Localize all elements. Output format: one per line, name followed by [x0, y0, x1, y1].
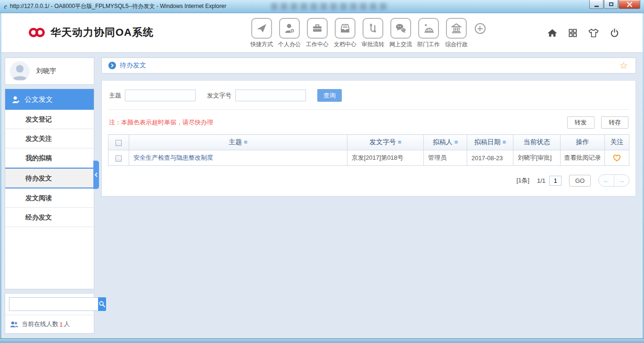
col-favorite: 关注: [605, 135, 629, 150]
go-button[interactable]: GO: [569, 175, 591, 187]
nav-item-online-chat[interactable]: 网上交流: [389, 18, 412, 49]
uturn-arrows-icon: [363, 18, 383, 39]
pagination: [1条] 1/1 GO ← →: [108, 174, 629, 187]
sidebar-item-jingban-fawen[interactable]: 经办发文: [5, 208, 94, 227]
sort-icon[interactable]: ≡: [503, 139, 506, 146]
nav-item-work-center[interactable]: 工作中心: [306, 18, 329, 49]
app-header: 华天动力协同OA系统 快捷方式 个人办公: [1, 13, 643, 53]
logo-infinity-icon: [29, 27, 46, 38]
col-favorite-label: 关注: [611, 138, 624, 146]
person-star-icon: [11, 95, 20, 104]
col-subject[interactable]: 主题≡: [129, 135, 347, 150]
nav-item-label: 综合行政: [445, 41, 468, 49]
col-operation: 操作: [561, 135, 605, 150]
people-icon: [10, 321, 18, 328]
view-approval-record-link[interactable]: 查看批阅记录: [564, 154, 601, 161]
col-status: 当前状态: [513, 135, 561, 150]
nav-item-label: 网上交流: [389, 41, 412, 49]
sidebar-menu-list: 发文登记 发文关注 我的拟稿 待办发文 发文阅读 经办发文: [5, 110, 94, 227]
page-number-input[interactable]: [549, 176, 561, 186]
nav-item-doc-center[interactable]: 文档中心: [334, 18, 356, 49]
nav-item-approval-flow[interactable]: 审批流转: [362, 18, 384, 49]
subject-filter-label: 主题: [109, 91, 121, 100]
next-page-arrow-icon[interactable]: →: [614, 175, 629, 186]
prev-page-arrow-icon[interactable]: ←: [599, 175, 614, 186]
nav-item-admin[interactable]: 综合行政: [445, 18, 468, 49]
subject-link[interactable]: 安全生产检查与隐患整改制度: [133, 154, 213, 161]
nav-item-label: 文档中心: [334, 41, 356, 49]
sidebar-item-fawen-yuedu[interactable]: 发文阅读: [5, 188, 94, 208]
sidebar-search-button[interactable]: [98, 297, 106, 311]
row-subject-cell: 安全生产检查与隐患整改制度: [129, 150, 347, 166]
paper-plane-icon: [251, 18, 272, 39]
nav-item-department-work[interactable]: 部门工作: [417, 18, 440, 49]
background-window-title-blur: [271, 3, 389, 10]
nav-item-label: 工作中心: [306, 41, 329, 49]
sidebar-search: [5, 294, 94, 315]
browser-viewport: 华天动力协同OA系统 快捷方式 个人办公: [1, 13, 643, 338]
sidebar-search-input[interactable]: [9, 297, 98, 311]
bank-icon: [446, 18, 467, 39]
pager: ← →: [598, 174, 629, 187]
page-content: 刘晓宇 公文发文 发文登记 发文关注 我的拟稿 待办发文 发文阅读 经办发文: [1, 53, 643, 338]
theme-shirt-icon[interactable]: [588, 27, 599, 39]
sidebar-item-fawen-dengji[interactable]: 发文登记: [5, 110, 94, 129]
col-docnum[interactable]: 发文字号≡: [347, 135, 424, 150]
user-profile[interactable]: 刘晓宇: [5, 57, 94, 85]
grid-icon[interactable]: [568, 28, 578, 38]
close-button[interactable]: [619, 0, 640, 9]
window-titlebar[interactable]: e http://127.0.0.1/ - OA8000平台版_FPLMYSQL…: [0, 0, 644, 13]
minimize-button[interactable]: [589, 0, 603, 9]
online-suffix: 人: [64, 320, 70, 328]
filter-form: 主题 发文字号 查询: [108, 86, 629, 110]
sort-icon[interactable]: ≡: [244, 139, 248, 146]
row-checkbox[interactable]: [116, 155, 122, 162]
nav-item-label: 审批流转: [362, 41, 384, 49]
app-logo: 华天动力协同OA系统: [29, 25, 154, 40]
select-all-cell: [108, 135, 129, 150]
sort-icon[interactable]: ≡: [398, 139, 402, 146]
ie-window: e http://127.0.0.1/ - OA8000平台版_FPLMYSQL…: [0, 0, 644, 343]
online-users-status: 当前在线人数 1 人: [5, 315, 94, 333]
transfer-button[interactable]: 转存: [601, 116, 628, 129]
forward-button[interactable]: 转发: [567, 116, 594, 129]
row-favorite-cell: [605, 150, 629, 166]
docnum-filter-label: 发文字号: [207, 91, 231, 100]
window-title: http://127.0.0.1/ - OA8000平台版_FPLMYSQL5-…: [10, 2, 226, 10]
subject-filter-input[interactable]: [125, 90, 196, 101]
home-icon[interactable]: [547, 28, 558, 39]
maximize-button[interactable]: [604, 0, 618, 9]
sidebar-footer: 当前在线人数 1 人: [5, 293, 94, 334]
col-drafter[interactable]: 拟稿人≡: [424, 135, 467, 150]
col-date[interactable]: 拟稿日期≡: [467, 135, 513, 150]
select-all-checkbox[interactable]: [116, 140, 122, 146]
top-nav: 快捷方式 个人办公 工作中心: [250, 18, 487, 49]
query-button[interactable]: 查询: [317, 89, 342, 102]
nav-item-personal-office[interactable]: 个人办公: [278, 18, 301, 49]
sidebar-collapse-handle[interactable]: [93, 161, 99, 189]
col-drafter-label: 拟稿人: [433, 138, 453, 146]
row-docnum-cell: 京发[2017]第018号: [347, 150, 424, 166]
list-panel: 主题 发文字号 查询 注：本颜色表示超时单据，请尽快办理 转发 转存: [101, 80, 636, 196]
window-controls: [589, 0, 640, 9]
avatar: [10, 61, 30, 81]
maximize-icon: [609, 2, 613, 6]
nav-item-shortcut[interactable]: 快捷方式: [250, 18, 273, 49]
add-module-button[interactable]: [473, 23, 487, 49]
sidebar-item-daiban-fawen[interactable]: 待办发文: [5, 168, 94, 188]
sort-icon[interactable]: ≡: [454, 139, 458, 146]
row-date-cell: 2017-08-23: [467, 150, 513, 166]
favorite-heart-icon[interactable]: [612, 154, 621, 162]
row-status-cell: 刘晓宇[审批]: [513, 150, 561, 166]
sidebar-item-wode-nigao[interactable]: 我的拟稿: [5, 148, 94, 168]
favorite-star-icon[interactable]: ☆: [619, 60, 628, 71]
sidebar-menu-title[interactable]: 公文发文: [5, 89, 94, 110]
power-icon[interactable]: [609, 28, 620, 39]
nav-item-label: 部门工作: [417, 41, 440, 49]
total-count: [1条]: [516, 176, 529, 185]
window-bottom-border: [0, 338, 644, 343]
col-status-label: 当前状态: [524, 138, 550, 146]
user-name: 刘晓宇: [36, 67, 56, 75]
docnum-filter-input[interactable]: [235, 90, 306, 101]
sidebar-item-fawen-guanzhu[interactable]: 发文关注: [5, 129, 94, 148]
